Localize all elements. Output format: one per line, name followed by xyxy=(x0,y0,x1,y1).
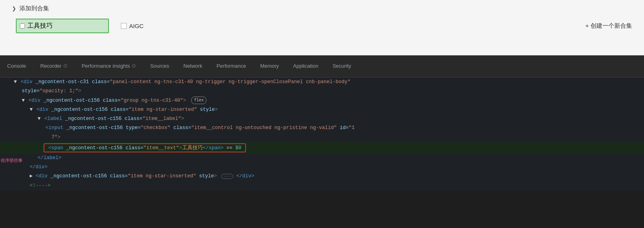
flex-badge: flex xyxy=(191,97,206,104)
highlighted-code-element[interactable]: <span _ngcontent-ost-c156 class="item__t… xyxy=(44,143,246,152)
code-line-4: ▼ <label _ngcontent-ost-c156 class="item… xyxy=(0,114,644,124)
code-line-1b: style="opacity: 1;"> xyxy=(0,87,644,96)
triangle-icon: ▼ xyxy=(14,79,17,85)
checkbox-input-1[interactable] xyxy=(20,23,25,28)
code-line-3: ▼ <div _ngcontent-ost-c156 class="item n… xyxy=(0,105,644,114)
tab-recorder-label: Recorder xyxy=(40,63,61,69)
checkbox-label-1: 工具技巧 xyxy=(27,22,53,30)
tab-recorder[interactable]: Recorder ⌬ xyxy=(33,55,74,77)
tab-memory[interactable]: Memory xyxy=(253,55,286,77)
tab-performance-insights[interactable]: Performance insights ⌬ xyxy=(74,55,143,77)
recorder-icon: ⌬ xyxy=(63,63,67,68)
performance-insights-icon: ⌬ xyxy=(132,63,136,68)
tab-console[interactable]: Console xyxy=(0,55,33,77)
tab-console-label: Console xyxy=(7,63,26,69)
top-section: ❯ 添加到合集 工具技巧 AIGC + 创建一个新合集 xyxy=(0,0,644,55)
ellipsis-badge: ··· xyxy=(221,174,233,179)
code-line-9: ▶ <div _ngcontent-ost-c156 class="item n… xyxy=(0,172,644,181)
code-line-5: <input _ngcontent-ost-c156 type="checkbo… xyxy=(0,124,644,133)
collection-header: ❯ 添加到合集 xyxy=(12,5,632,12)
selected-line-container: <span _ngcontent-ost-c156 class="item__t… xyxy=(0,142,644,154)
code-line-10: <!----> xyxy=(0,181,644,190)
code-line-8: </div> xyxy=(0,163,644,172)
code-line-1: ▼ <div _ngcontent-ost-c31 class="panel-c… xyxy=(0,78,644,87)
create-new-collection[interactable]: + 创建一个新合集 xyxy=(585,22,632,30)
devtools-tab-bar: Console Recorder ⌬ Performance insights … xyxy=(0,55,644,78)
checkbox-label-2: AIGC xyxy=(129,23,144,29)
tab-performance-insights-label: Performance insights xyxy=(82,63,130,69)
tab-performance-label: Performance xyxy=(217,63,246,69)
tab-network[interactable]: Network xyxy=(176,55,210,77)
triangle-icon-3: ▼ xyxy=(30,107,33,112)
tab-application[interactable]: Application xyxy=(286,55,326,77)
tab-security[interactable]: Security xyxy=(326,55,358,77)
tab-network-label: Network xyxy=(183,63,202,69)
tab-memory-label: Memory xyxy=(260,63,279,69)
checkbox-item-1[interactable]: 工具技巧 xyxy=(16,19,109,33)
chevron-icon: ❯ xyxy=(12,6,16,11)
triangle-icon-4: ▼ xyxy=(38,116,41,122)
tab-sources[interactable]: Sources xyxy=(143,55,176,77)
code-line-2: ▼ <div _ngcontent-ost-c156 class="group … xyxy=(0,96,644,105)
collection-title: 添加到合集 xyxy=(19,5,49,12)
checkbox-item-2[interactable]: AIGC xyxy=(121,23,144,29)
tab-sources-label: Sources xyxy=(150,63,169,69)
code-line-7: </label> xyxy=(0,154,644,163)
create-new-label: + 创建一个新合集 xyxy=(585,22,632,30)
code-line-5b: 7"> xyxy=(0,133,644,142)
tab-security-label: Security xyxy=(333,63,351,69)
checkbox-input-2[interactable] xyxy=(121,23,127,29)
side-label: 程序那些事 xyxy=(1,158,23,163)
tab-performance[interactable]: Performance xyxy=(210,55,253,77)
triangle-icon-2: ▼ xyxy=(22,98,25,103)
tab-application-label: Application xyxy=(293,63,318,69)
devtools-content: ▼ <div _ngcontent-ost-c31 class="panel-c… xyxy=(0,78,644,190)
collection-options: 工具技巧 AIGC + 创建一个新合集 xyxy=(12,19,632,33)
